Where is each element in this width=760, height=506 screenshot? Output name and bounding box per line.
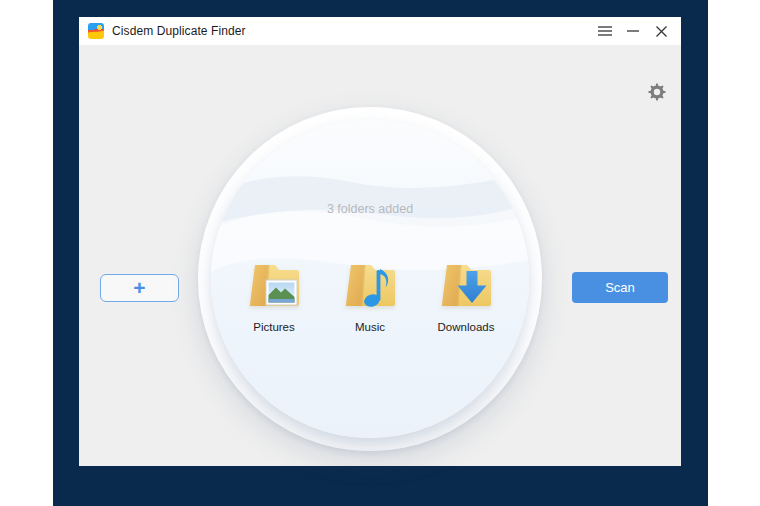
- added-folders-list: Pictures: [211, 256, 529, 333]
- minimize-button[interactable]: [619, 19, 647, 43]
- app-logo-icon: [88, 23, 104, 39]
- minimize-icon: [627, 30, 639, 32]
- pictures-folder-icon: [233, 256, 315, 312]
- window-title: Cisdem Duplicate Finder: [112, 24, 246, 38]
- folder-label: Music: [329, 321, 411, 333]
- gear-icon: [647, 82, 667, 106]
- menu-button[interactable]: [591, 19, 619, 43]
- music-folder-icon: [329, 256, 411, 312]
- page: Cisdem Duplicate Finder: [0, 0, 760, 506]
- scan-button[interactable]: Scan: [572, 272, 668, 303]
- settings-button[interactable]: [646, 83, 668, 105]
- add-folder-button[interactable]: +: [100, 274, 179, 302]
- folder-item-music[interactable]: Music: [329, 256, 411, 333]
- status-text: 3 folders added: [211, 202, 529, 216]
- folder-item-downloads[interactable]: Downloads: [425, 256, 507, 333]
- close-icon: [656, 26, 667, 37]
- app-window: Cisdem Duplicate Finder: [79, 17, 681, 466]
- close-button[interactable]: [647, 19, 675, 43]
- hamburger-menu-icon: [598, 26, 612, 36]
- folder-label: Downloads: [425, 321, 507, 333]
- main-content: 3 folders added: [79, 45, 681, 466]
- folder-drop-circle-inner: 3 folders added: [211, 120, 529, 438]
- downloads-folder-icon: [425, 256, 507, 312]
- folder-item-pictures[interactable]: Pictures: [233, 256, 315, 333]
- folder-label: Pictures: [233, 321, 315, 333]
- folder-drop-circle[interactable]: 3 folders added: [198, 107, 542, 451]
- titlebar[interactable]: Cisdem Duplicate Finder: [79, 17, 681, 45]
